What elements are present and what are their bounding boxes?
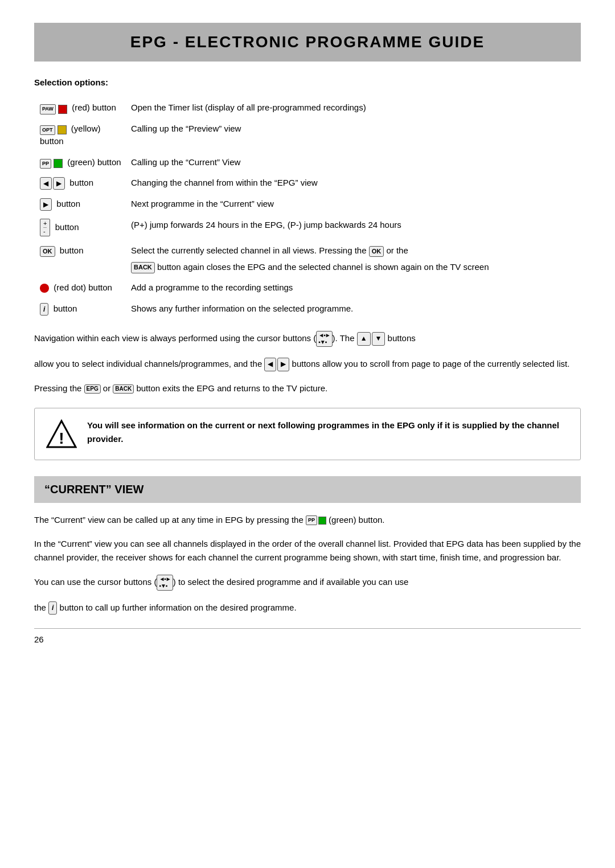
icon-col: PP (green) button	[34, 152, 125, 173]
info-icon: i	[40, 304, 51, 313]
desc-col: Calling up the “Current” View	[125, 152, 581, 173]
page-container: EPG - ELECTRONIC PROGRAMME GUIDE Selecti…	[0, 0, 615, 667]
ok-inline-icon: OK	[369, 246, 384, 257]
page-title-bar: EPG - ELECTRONIC PROGRAMME GUIDE	[34, 23, 581, 62]
red-button-label: (red) button	[72, 103, 116, 112]
p-button-label: button	[55, 222, 79, 232]
icon-col: PAW (red) button	[34, 97, 125, 118]
warning-triangle-icon: !	[46, 419, 77, 449]
current-view-header: “CURRENT” VIEW	[34, 476, 581, 503]
table-row: ◀ ▶ button Changing the channel from wit…	[34, 173, 581, 194]
p-plus-minus-icon: + -	[40, 219, 50, 236]
current-view-p1: The “Current” view can be called up at a…	[34, 513, 581, 527]
current-view-p3: You can use the cursor buttons (◄▪►▪▼▪) …	[34, 575, 581, 591]
desc-col: Next programme in the “Current” view	[125, 194, 581, 215]
red-dot-button-label: (red dot) button	[54, 282, 112, 292]
desc-col: Changing the channel from within the “EP…	[125, 173, 581, 194]
navigation-paragraph-1: Navigation within each view is always pe…	[34, 331, 581, 347]
current-view-p2: In the “Current” view you can see all ch…	[34, 537, 581, 564]
current-view-p4: the i button to call up further informat…	[34, 601, 581, 615]
back-inline-icon: BACK	[131, 262, 155, 273]
icon-col: + - button	[34, 215, 125, 240]
desc-col: Open the Timer list (display of all pre-…	[125, 97, 581, 118]
ok-button-label: button	[60, 245, 84, 255]
back-icon: BACK	[113, 384, 134, 394]
page-number: 26	[34, 634, 44, 644]
green-square-icon: PP	[40, 159, 63, 169]
desc-col: (P+) jump forwards 24 hours in the EPG, …	[125, 215, 581, 240]
green-button-label: (green) button	[67, 157, 121, 167]
red-dot-icon	[40, 282, 51, 292]
info-icon-2: i	[48, 601, 57, 615]
cursor-icon-2: ◄▪►▪▼▪	[157, 575, 173, 591]
icon-col: ▶ button	[34, 194, 125, 215]
page-title: EPG - ELECTRONIC PROGRAMME GUIDE	[46, 33, 569, 51]
epg-icon: EPG	[84, 384, 101, 394]
options-table: PAW (red) button Open the Timer list (di…	[34, 97, 581, 320]
icon-col: ◀ ▶ button	[34, 173, 125, 194]
table-row: PP (green) button Calling up the “Curren…	[34, 152, 581, 173]
lr-arrows-icon: ◀ ▶	[40, 177, 65, 190]
up-arrow-icon: ▲	[357, 332, 371, 345]
red-square-icon: PAW	[40, 104, 67, 114]
warning-box: ! You will see information on the curren…	[34, 408, 581, 460]
lr-button-label: button	[69, 178, 93, 187]
table-row: i button Shows any further information o…	[34, 298, 581, 320]
icon-col: (red dot) button	[34, 277, 125, 298]
icon-col: OPT (yellow) button	[34, 118, 125, 152]
warning-text: You will see information on the current …	[87, 419, 569, 446]
selection-options-label: Selection options:	[34, 77, 581, 87]
bottom-line: 26	[34, 628, 581, 644]
table-row: ▶ button Next programme in the “Current”…	[34, 194, 581, 215]
current-view-title: “CURRENT” VIEW	[44, 483, 571, 496]
table-row: (red dot) button Add a programme to the …	[34, 277, 581, 298]
green-icon-inline: PP	[306, 515, 326, 525]
icon-col: i button	[34, 298, 125, 320]
navigation-paragraph-2: allow you to select individual channels/…	[34, 357, 581, 371]
ok-icon: OK	[40, 245, 58, 255]
right-button-label: button	[56, 199, 80, 208]
desc-col: Shows any further information on the sel…	[125, 298, 581, 320]
cursor-icon: ◄▪►▪▼▪	[316, 331, 332, 347]
yellow-square-icon: OPT	[40, 125, 67, 136]
left-arrow-icon: ◀	[264, 358, 276, 371]
svg-text:!: !	[59, 429, 64, 447]
icon-col: OK button	[34, 240, 125, 277]
desc-col: Calling up the “Preview” view	[125, 118, 581, 152]
desc-col: Select the currently selected channel in…	[125, 240, 581, 277]
table-row: + - button (P+) jump forwards 24 hours i…	[34, 215, 581, 240]
right-arrow-icon: ▶	[40, 199, 54, 208]
down-arrow-icon: ▼	[372, 332, 386, 345]
info-button-label: button	[54, 304, 77, 313]
table-row: OK button Select the currently selected …	[34, 240, 581, 277]
right-arrow-icon-2: ▶	[277, 358, 289, 371]
table-row: OPT (yellow) button Calling up the “Prev…	[34, 118, 581, 152]
desc-col: Add a programme to the recording setting…	[125, 277, 581, 298]
pressing-paragraph: Pressing the EPG or BACK button exits th…	[34, 382, 581, 395]
table-row: PAW (red) button Open the Timer list (di…	[34, 97, 581, 118]
